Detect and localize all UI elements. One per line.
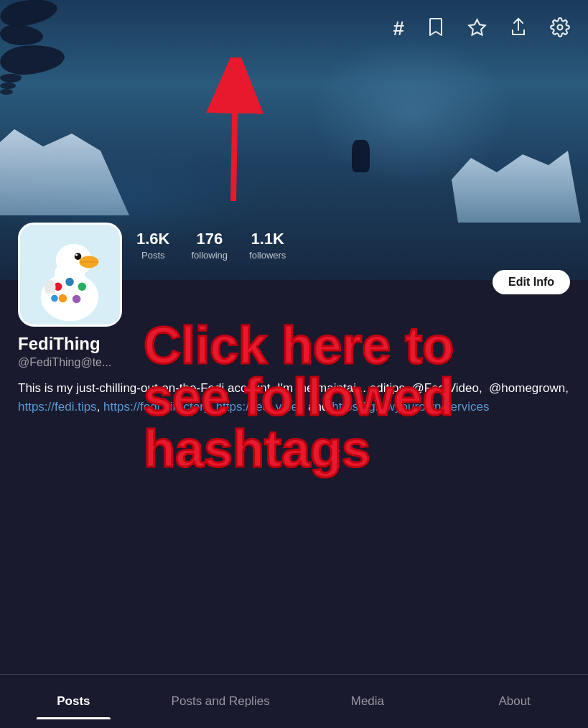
avatar [18, 223, 122, 327]
diver [352, 140, 370, 172]
bio: This is my just-chilling-out-on-the-Fedi… [18, 379, 570, 417]
followers-label: followers [249, 250, 286, 261]
link-growyourown[interactable]: https://growyourown.services [332, 400, 489, 414]
profile-info: FediThing @FediThing@te... This is my ju… [0, 323, 588, 424]
tab-about-label: About [498, 694, 530, 708]
profile-section: 1.6K Posts 176 following 1.1K followers … [0, 223, 588, 327]
share-icon[interactable] [510, 17, 527, 40]
svg-point-11 [75, 254, 78, 256]
tab-posts-replies-label: Posts and Replies [172, 694, 270, 708]
fish-3 [0, 89, 13, 95]
followers-count: 1.1K [249, 230, 286, 248]
link-fedi-video[interactable]: https://fedi.video [216, 400, 305, 414]
display-name: FediThing [18, 334, 570, 354]
tab-bar: Posts Posts and Replies Media About [0, 674, 588, 728]
stats-row: 1.6K Posts 176 following 1.1K followers [136, 230, 570, 261]
stats-edit-area: 1.6K Posts 176 following 1.1K followers … [136, 223, 570, 294]
tab-media[interactable]: Media [294, 683, 442, 719]
tab-about[interactable]: About [441, 683, 588, 719]
following-stat[interactable]: 176 following [191, 230, 228, 261]
svg-point-10 [75, 253, 82, 260]
posts-stat[interactable]: 1.6K Posts [136, 230, 169, 261]
link-fedi-directory[interactable]: https://fedi.directory [103, 400, 209, 414]
avatar-container [18, 223, 122, 327]
svg-point-16 [73, 295, 81, 304]
hashtag-icon[interactable]: # [393, 19, 404, 39]
iceberg-right [452, 151, 581, 223]
annotation-line-3: hashtags [144, 423, 546, 475]
posts-count: 1.6K [136, 230, 169, 248]
fish-2 [0, 83, 16, 89]
svg-point-1 [558, 25, 563, 30]
edit-info-button[interactable]: Edit Info [493, 270, 570, 294]
tab-media-label: Media [351, 694, 384, 708]
iceberg-left [0, 129, 129, 215]
svg-point-17 [51, 295, 58, 302]
star-icon[interactable] [467, 18, 487, 40]
following-count: 176 [191, 230, 228, 248]
following-label: following [191, 250, 228, 261]
tab-posts[interactable]: Posts [0, 683, 147, 719]
top-toolbar: # [0, 0, 588, 57]
settings-icon[interactable] [550, 17, 570, 40]
tab-posts-and-replies[interactable]: Posts and Replies [147, 683, 294, 719]
svg-marker-0 [469, 19, 485, 34]
svg-point-14 [78, 283, 87, 291]
posts-label: Posts [141, 250, 165, 261]
bookmark-icon[interactable] [427, 17, 444, 40]
svg-point-15 [59, 294, 67, 303]
followers-stat[interactable]: 1.1K followers [249, 230, 286, 261]
fish-1 [0, 74, 22, 83]
svg-point-13 [65, 278, 74, 286]
link-fedi-tips[interactable]: https://fedi.tips [18, 400, 97, 414]
user-handle: @FediThing@te... [18, 356, 570, 369]
tab-posts-label: Posts [57, 694, 90, 708]
